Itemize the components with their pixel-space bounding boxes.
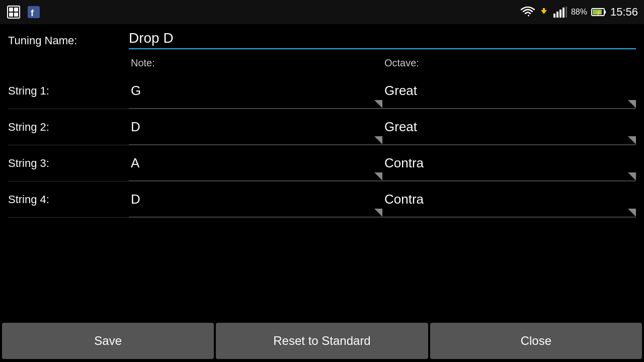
gallery-icon xyxy=(6,5,21,20)
string-row-2: String 2: D Great xyxy=(8,109,636,145)
string-2-octave-value: Great xyxy=(382,119,636,135)
string-1-octave-dropdown[interactable]: Great xyxy=(382,73,636,109)
string-1-note-arrow xyxy=(374,100,382,108)
string-2-octave-dropdown[interactable]: Great xyxy=(382,109,636,145)
signal-icon xyxy=(553,7,567,18)
svg-rect-16 xyxy=(604,11,606,14)
download-icon xyxy=(539,7,549,17)
svg-rect-12 xyxy=(562,8,565,18)
strings-container: String 1: G Great String 2: D Great Stri… xyxy=(8,73,636,218)
string-4-octave-arrow xyxy=(628,209,636,217)
string-1-label: String 1: xyxy=(8,84,129,98)
status-left-icons: f xyxy=(6,5,41,20)
column-headers: Note: Octave: xyxy=(129,57,636,69)
string-1-octave-value: Great xyxy=(382,83,636,99)
string-row-3: String 3: A Contra xyxy=(8,145,636,182)
string-3-octave-arrow xyxy=(628,172,636,180)
battery-icon: ⚡ xyxy=(591,8,606,17)
string-4-octave-value: Contra xyxy=(382,192,636,207)
battery-percent: 88% xyxy=(571,8,587,17)
status-bar: f xyxy=(0,0,644,24)
save-button[interactable]: Save xyxy=(2,323,214,359)
svg-rect-9 xyxy=(553,14,555,18)
string-row-4: String 4: D Contra xyxy=(8,182,636,218)
svg-rect-13 xyxy=(566,7,567,18)
string-2-label: String 2: xyxy=(8,121,129,134)
svg-rect-11 xyxy=(559,10,561,18)
button-bar: Save Reset to Standard Close xyxy=(0,320,644,362)
wifi-icon xyxy=(521,7,535,18)
close-button[interactable]: Close xyxy=(430,323,642,359)
string-1-note-value: G xyxy=(129,83,382,99)
status-right-icons: 88% ⚡ 15:56 xyxy=(521,6,638,19)
string-2-note-arrow xyxy=(374,136,382,144)
facebook-icon: f xyxy=(26,5,41,20)
string-2-octave-arrow xyxy=(628,136,636,144)
status-time: 15:56 xyxy=(610,6,638,19)
svg-rect-2 xyxy=(14,8,18,12)
note-header: Note: xyxy=(129,57,382,69)
svg-rect-4 xyxy=(14,13,18,17)
string-3-octave-value: Contra xyxy=(382,155,636,171)
string-2-note-value: D xyxy=(129,119,382,135)
string-1-octave-arrow xyxy=(628,100,636,108)
string-4-note-dropdown[interactable]: D xyxy=(129,182,382,217)
svg-text:f: f xyxy=(31,8,34,18)
reset-button[interactable]: Reset to Standard xyxy=(216,323,428,359)
string-3-note-value: A xyxy=(129,155,382,171)
main-content: Tuning Name: Drop D Note: Octave: String… xyxy=(0,24,644,224)
tuning-name-input[interactable]: Drop D xyxy=(129,30,636,49)
string-4-label: String 4: xyxy=(8,193,129,206)
string-2-note-dropdown[interactable]: D xyxy=(129,109,382,145)
string-4-note-arrow xyxy=(374,209,382,217)
svg-rect-5 xyxy=(28,6,40,18)
tuning-name-value: Drop D xyxy=(129,30,636,48)
svg-rect-1 xyxy=(9,8,13,12)
svg-rect-8 xyxy=(543,8,545,11)
string-3-label: String 3: xyxy=(8,157,129,170)
string-1-note-dropdown[interactable]: G xyxy=(129,73,382,109)
string-3-note-arrow xyxy=(374,172,382,180)
svg-rect-3 xyxy=(9,13,13,17)
string-row-1: String 1: G Great xyxy=(8,73,636,109)
octave-header: Octave: xyxy=(382,57,636,69)
string-4-octave-dropdown[interactable]: Contra xyxy=(382,182,636,217)
svg-rect-10 xyxy=(556,12,558,18)
string-3-octave-dropdown[interactable]: Contra xyxy=(382,145,636,181)
string-4-note-value: D xyxy=(129,192,382,207)
tuning-name-label: Tuning Name: xyxy=(8,34,129,49)
string-3-note-dropdown[interactable]: A xyxy=(129,145,382,181)
tuning-name-row: Tuning Name: Drop D xyxy=(8,30,636,49)
svg-text:⚡: ⚡ xyxy=(595,9,602,16)
